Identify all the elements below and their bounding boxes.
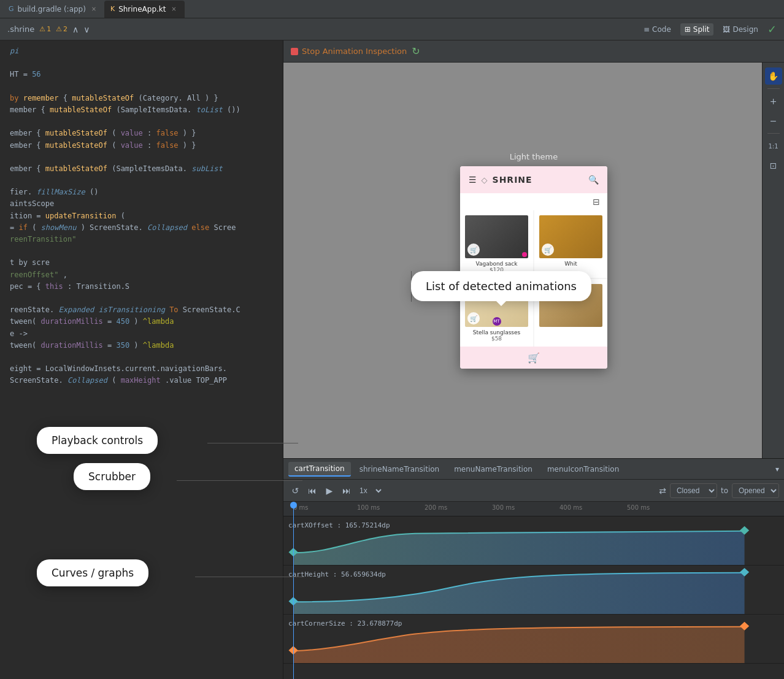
code-line-27	[0, 351, 283, 363]
code-line-25: e ->	[0, 328, 283, 340]
timeline-area[interactable]: 0 ms 100 ms 200 ms 300 ms 400 ms 500 ms …	[283, 502, 784, 679]
tab-shrine-app-icon: K	[110, 5, 115, 13]
skip-forward-btn[interactable]: ⏭	[340, 484, 353, 497]
code-line-4	[0, 81, 283, 93]
shrine-item-1-name: Vagabond sack	[465, 261, 528, 267]
code-line-13: fier. fillMaxSize ()	[0, 186, 283, 198]
anim-tab-shrine-name[interactable]: shrineNameTransition	[353, 462, 446, 476]
main-area: pi HT = 56 by remember { mutableStateOf …	[0, 40, 784, 679]
code-line-8: ember { mutableStateOf ( value : false )…	[0, 128, 283, 139]
plus-icon: +	[770, 96, 777, 106]
zoom-in-btn[interactable]: +	[765, 93, 782, 110]
code-content: pi HT = 56 by remember { mutableStateOf …	[0, 40, 283, 391]
stop-icon	[291, 48, 298, 55]
tab-build-gradle[interactable]: G build.gradle (:app) ×	[2, 1, 104, 18]
refresh-icon[interactable]: ↻	[412, 45, 420, 57]
view-code-btn[interactable]: ≡ Code	[639, 23, 675, 36]
tool-sep-2	[767, 133, 780, 134]
tab-shrine-app-close[interactable]: ×	[170, 5, 179, 13]
anim-tab-menu-name[interactable]: menuNameTransition	[448, 462, 539, 476]
apply-btn[interactable]: ✓	[767, 23, 777, 36]
1-1-icon: 1:1	[768, 143, 778, 150]
code-line-21: pec = { this : Transition.S	[0, 281, 283, 293]
shrine-item-3-price: $58	[465, 336, 528, 342]
nav-down[interactable]: ∨	[83, 25, 90, 34]
code-line-22	[0, 293, 283, 304]
marker-300ms: 300 ms	[492, 504, 515, 511]
warning-1[interactable]: ⚠ 1	[39, 25, 51, 33]
shrine-item-1: 🛒 Vagabond sack $120	[460, 210, 533, 278]
zoom-out-btn[interactable]: −	[765, 112, 782, 129]
shrine-logo: SHRINE	[493, 175, 532, 185]
code-line-16: = if ( showMenu ) ScreenState. Collapsed…	[0, 222, 283, 234]
bag-icon-2: 🛒	[542, 244, 554, 256]
theme-label: Light theme	[510, 152, 558, 161]
code-line-9: ember { mutableStateOf ( value : false )…	[0, 140, 283, 152]
view-split-btn[interactable]: ⊞ Split	[680, 23, 714, 36]
code-line-23: reenState. Expanded isTransitioning To S…	[0, 304, 283, 316]
shrine-item-2-img: 🛒	[539, 215, 602, 258]
code-line-10	[0, 152, 283, 163]
code-line-18	[0, 245, 283, 257]
anim-tabs: cartTransition shrineNameTransition menu…	[283, 459, 784, 480]
code-line-20: reenOffset" ,	[0, 269, 283, 281]
design-icon: 🖼	[723, 25, 730, 34]
warning-2[interactable]: ⚠ 2	[56, 25, 67, 33]
marker-200ms: 200 ms	[425, 504, 447, 511]
top-toolbar: .shrine ⚠ 1 ⚠ 2 ∧ ∨ ≡ Code ⊞ Split 🖼 Des…	[0, 18, 784, 40]
code-line-6: member { mutableStateOf (SampleItemsData…	[0, 104, 283, 116]
anim-tab-cart[interactable]: cartTransition	[288, 462, 351, 477]
code-line-17: reenTransition"	[0, 234, 283, 245]
play-btn[interactable]: ▶	[323, 484, 336, 497]
from-state-select[interactable]: Closed Opened	[670, 483, 717, 498]
code-line-28: eight = LocalWindowInsets.current.naviga…	[0, 363, 283, 375]
swap-btn[interactable]: ⇄	[659, 486, 666, 496]
pink-dot-1	[522, 252, 527, 257]
nav-up[interactable]: ∧	[72, 25, 79, 34]
shrine-item-2: 🛒 Whit	[534, 210, 607, 278]
skip-back-btn[interactable]: ⏮	[306, 484, 319, 497]
skip-forward-icon: ⏭	[342, 486, 351, 496]
shrine-filter-icon: ⊟	[593, 197, 600, 207]
shrine-cart-bar: 🛒	[460, 347, 607, 369]
fit-screen-btn[interactable]: ⊡	[765, 157, 782, 174]
tab-shrine-app[interactable]: K ShrineApp.kt ×	[104, 1, 185, 18]
to-state-select[interactable]: Closed Opened	[732, 483, 779, 498]
marker-500ms: 500 ms	[627, 504, 650, 511]
stop-animation-label: Stop Animation Inspection	[302, 47, 407, 56]
track-cart-corner: cartCornerSize : 23.678877dp	[283, 615, 784, 664]
code-icon: ≡	[644, 25, 650, 34]
marker-400ms: 400 ms	[559, 504, 582, 511]
track-2-curve	[283, 566, 784, 614]
shrine-item-2-name: Whit	[539, 261, 602, 267]
toolbar-right: ≡ Code ⊞ Split 🖼 Design ✓	[639, 23, 777, 36]
loop-btn[interactable]: ↺	[288, 484, 302, 497]
loop-icon: ↺	[291, 486, 299, 496]
tab-build-gradle-close[interactable]: ×	[90, 5, 98, 13]
code-line-14: aintsScope	[0, 198, 283, 210]
stop-animation-btn[interactable]: Stop Animation Inspection	[291, 47, 407, 56]
shrine-menu-icon: ☰	[469, 175, 477, 185]
track-3-curve	[283, 615, 784, 663]
code-line-29: ScreenState. Collapsed ( maxHeight .valu…	[0, 375, 283, 386]
speed-select[interactable]: 1x 0.5x 2x	[357, 486, 383, 496]
warn-count-2: 2	[63, 25, 67, 33]
code-line-26: tween( durationMillis = 350 ) ^lambda	[0, 340, 283, 351]
to-label: to	[721, 486, 728, 495]
code-editor: pi HT = 56 by remember { mutableStateOf …	[0, 40, 283, 679]
fit-1-1-btn[interactable]: 1:1	[765, 137, 782, 155]
hand-tool-btn[interactable]: ✋	[765, 67, 782, 85]
code-line-7	[0, 116, 283, 128]
anim-tab-more[interactable]: ▾	[775, 465, 779, 474]
tab-bar: G build.gradle (:app) × K ShrineApp.kt ×	[0, 0, 784, 18]
view-design-btn[interactable]: 🖼 Design	[718, 23, 762, 36]
code-line-19: t by scre	[0, 257, 283, 269]
code-line-3: HT = 56	[0, 69, 283, 80]
right-tools: ✋ + − 1:1 ⊡	[762, 63, 784, 458]
tab-build-gradle-label: build.gradle (:app)	[18, 5, 86, 13]
play-icon: ▶	[326, 486, 333, 496]
skip-back-icon: ⏮	[308, 486, 317, 496]
code-line-15: ition = updateTransition (	[0, 210, 283, 222]
anim-tab-menu-icon[interactable]: menuIconTransition	[541, 462, 625, 476]
timeline-ruler: 0 ms 100 ms 200 ms 300 ms 400 ms 500 ms	[283, 502, 784, 516]
